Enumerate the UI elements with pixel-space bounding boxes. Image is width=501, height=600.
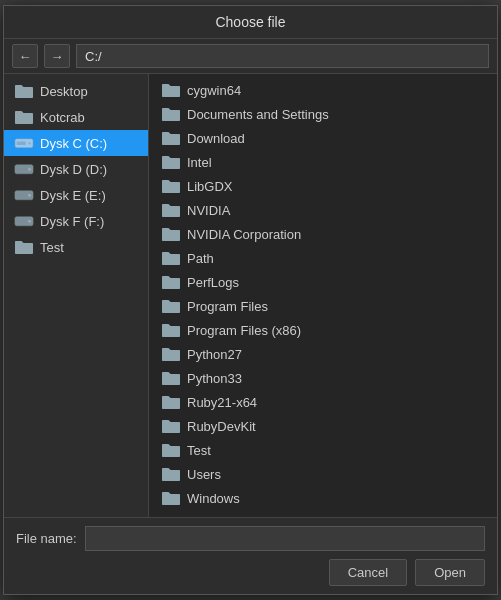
file-item-program-files[interactable]: Program Files xyxy=(149,294,497,318)
file-item-label: NVIDIA Corporation xyxy=(187,227,301,242)
drive-icon xyxy=(14,135,34,151)
folder-icon xyxy=(161,202,181,218)
file-item-label: Documents and Settings xyxy=(187,107,329,122)
svg-rect-2 xyxy=(17,141,26,145)
folder-icon xyxy=(161,418,181,434)
file-item-label: Test xyxy=(187,443,211,458)
file-item-label: RubyDevKit xyxy=(187,419,256,434)
title-text: Choose file xyxy=(215,14,285,30)
folder-icon xyxy=(161,394,181,410)
sidebar-item-label: Dysk C (C:) xyxy=(40,136,107,151)
open-button[interactable]: Open xyxy=(415,559,485,586)
folder-icon xyxy=(161,178,181,194)
file-item-perflogs[interactable]: PerfLogs xyxy=(149,270,497,294)
file-item-label: Python33 xyxy=(187,371,242,386)
folder-icon xyxy=(161,466,181,482)
file-item-label: cygwin64 xyxy=(187,83,241,98)
main-content: Desktop Kotcrab Dysk C (C:) Dysk D (D:) … xyxy=(4,74,497,517)
path-display: C:/ xyxy=(76,44,489,68)
button-row: Cancel Open xyxy=(16,559,485,586)
file-item-label: Intel xyxy=(187,155,212,170)
sidebar-item-dysk-f[interactable]: Dysk F (F:) xyxy=(4,208,148,234)
sidebar-item-label: Dysk E (E:) xyxy=(40,188,106,203)
sidebar-item-dysk-e[interactable]: Dysk E (E:) xyxy=(4,182,148,208)
file-item-label: PerfLogs xyxy=(187,275,239,290)
sidebar-item-dysk-c[interactable]: Dysk C (C:) xyxy=(4,130,148,156)
filename-label: File name: xyxy=(16,531,77,546)
sidebar-item-label: Kotcrab xyxy=(40,110,85,125)
file-item-test[interactable]: Test xyxy=(149,438,497,462)
bottom-bar: File name: Cancel Open xyxy=(4,517,497,594)
folder-icon xyxy=(161,322,181,338)
folder-icon xyxy=(161,106,181,122)
file-item-label: Windows xyxy=(187,491,240,506)
sidebar-item-desktop[interactable]: Desktop xyxy=(4,78,148,104)
file-item-python27[interactable]: Python27 xyxy=(149,342,497,366)
file-item-nvidia[interactable]: NVIDIA xyxy=(149,198,497,222)
folder-icon xyxy=(161,130,181,146)
svg-point-4 xyxy=(28,168,31,171)
right-panel: cygwin64 Documents and Settings Download… xyxy=(149,74,497,517)
filename-row: File name: xyxy=(16,526,485,551)
drive-icon xyxy=(14,187,34,203)
sidebar-item-label: Test xyxy=(40,240,64,255)
sidebar-item-label: Dysk F (F:) xyxy=(40,214,104,229)
dialog-title: Choose file xyxy=(4,6,497,39)
sidebar-item-label: Dysk D (D:) xyxy=(40,162,107,177)
file-item-label: Python27 xyxy=(187,347,242,362)
file-item-path[interactable]: Path xyxy=(149,246,497,270)
folder-icon xyxy=(161,298,181,314)
file-item-label: Path xyxy=(187,251,214,266)
file-item-program-files-x86[interactable]: Program Files (x86) xyxy=(149,318,497,342)
svg-point-10 xyxy=(28,220,31,223)
folder-icon xyxy=(161,346,181,362)
svg-rect-5 xyxy=(17,167,26,171)
file-item-label: Program Files (x86) xyxy=(187,323,301,338)
left-panel: Desktop Kotcrab Dysk C (C:) Dysk D (D:) … xyxy=(4,74,149,517)
svg-point-7 xyxy=(28,194,31,197)
file-item-rubydevkit[interactable]: RubyDevKit xyxy=(149,414,497,438)
forward-button[interactable]: → xyxy=(44,44,70,68)
svg-rect-11 xyxy=(17,219,26,223)
svg-rect-8 xyxy=(17,193,26,197)
file-item-label: Users xyxy=(187,467,221,482)
toolbar: ← → C:/ xyxy=(4,39,497,74)
file-item-label: Program Files xyxy=(187,299,268,314)
file-item-libgdx[interactable]: LibGDX xyxy=(149,174,497,198)
cancel-button[interactable]: Cancel xyxy=(329,559,407,586)
file-item-nvidia-corporation[interactable]: NVIDIA Corporation xyxy=(149,222,497,246)
choose-file-dialog: Choose file ← → C:/ Desktop Kotcrab Dysk… xyxy=(3,5,498,595)
file-item-label: Ruby21-x64 xyxy=(187,395,257,410)
drive-icon xyxy=(14,161,34,177)
back-button[interactable]: ← xyxy=(12,44,38,68)
folder-icon xyxy=(14,83,34,99)
file-item-cygwin64[interactable]: cygwin64 xyxy=(149,78,497,102)
file-item-users[interactable]: Users xyxy=(149,462,497,486)
folder-icon xyxy=(14,239,34,255)
file-item-documents-and-settings[interactable]: Documents and Settings xyxy=(149,102,497,126)
sidebar-item-test[interactable]: Test xyxy=(4,234,148,260)
file-item-intel[interactable]: Intel xyxy=(149,150,497,174)
file-item-ruby21-x64[interactable]: Ruby21-x64 xyxy=(149,390,497,414)
drive-icon xyxy=(14,213,34,229)
file-item-windows[interactable]: Windows xyxy=(149,486,497,510)
sidebar-item-dysk-d[interactable]: Dysk D (D:) xyxy=(4,156,148,182)
file-item-label: NVIDIA xyxy=(187,203,230,218)
folder-icon xyxy=(161,226,181,242)
path-text: C:/ xyxy=(85,49,102,64)
folder-icon xyxy=(161,154,181,170)
file-item-label: LibGDX xyxy=(187,179,233,194)
file-item-download[interactable]: Download xyxy=(149,126,497,150)
file-item-python33[interactable]: Python33 xyxy=(149,366,497,390)
sidebar-item-kotcrab[interactable]: Kotcrab xyxy=(4,104,148,130)
folder-icon xyxy=(161,370,181,386)
folder-icon xyxy=(161,250,181,266)
svg-point-1 xyxy=(28,142,31,145)
folder-icon xyxy=(161,442,181,458)
sidebar-item-label: Desktop xyxy=(40,84,88,99)
folder-icon xyxy=(161,82,181,98)
folder-icon xyxy=(14,109,34,125)
folder-icon xyxy=(161,274,181,290)
file-item-label: Download xyxy=(187,131,245,146)
filename-input[interactable] xyxy=(85,526,485,551)
